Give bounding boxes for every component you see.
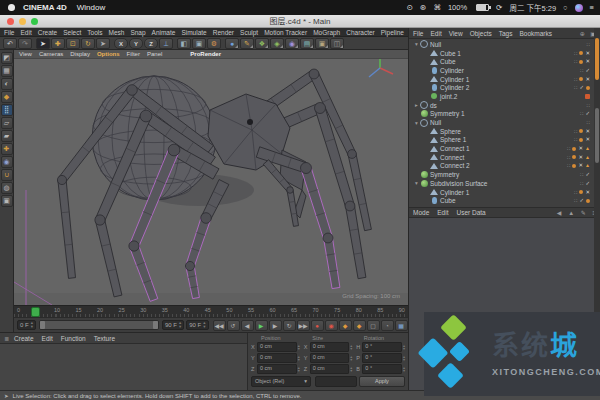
object-manager-menu-item[interactable]: Objects — [470, 30, 492, 37]
polygons-mode-icon[interactable]: ▰ — [1, 130, 13, 142]
orange-tag-icon[interactable] — [586, 86, 590, 90]
modeling-settings-icon[interactable]: ▣ — [1, 195, 13, 207]
end-frame-field[interactable]: 90 F▴▾ — [186, 320, 208, 330]
loop-button[interactable]: ↻ — [283, 320, 296, 331]
dots-tag-icon[interactable] — [574, 50, 578, 57]
object-label[interactable]: Symmetry — [430, 171, 459, 178]
coordinate-field[interactable]: X 0 cm ▴▾ — [304, 342, 353, 352]
sync-icon[interactable]: ⟳ — [496, 3, 502, 12]
add-spline-icon[interactable]: ✎ — [240, 38, 254, 49]
orange-tag-icon[interactable] — [572, 147, 576, 151]
object-label[interactable]: Cylinder 1 — [440, 189, 469, 196]
add-field-icon[interactable]: ◉ — [285, 38, 299, 49]
object-tree-row[interactable]: Cube — [409, 196, 600, 205]
check-tag-icon[interactable] — [585, 67, 590, 74]
dots-tag-icon[interactable] — [567, 154, 571, 161]
cross-tag-icon[interactable] — [585, 58, 590, 65]
object-manager-menu-item[interactable]: Bookmarks — [519, 30, 552, 37]
macos-menu-window[interactable]: Window — [77, 3, 105, 12]
app-menu-item[interactable]: Select — [63, 29, 81, 36]
object-tree-row[interactable]: ▸ds — [409, 101, 600, 110]
attribute-menu-item[interactable]: User Data — [456, 209, 485, 216]
dots-tag-icon[interactable] — [567, 145, 571, 152]
attribute-menu-item[interactable]: Edit — [437, 209, 448, 216]
app-menu-item[interactable]: Tools — [87, 29, 102, 36]
materials-menu-item[interactable]: Function — [61, 335, 86, 342]
object-manager-menu-item[interactable]: Tags — [499, 30, 513, 37]
orange-tag-icon[interactable] — [572, 155, 576, 159]
object-tree-row[interactable]: Cylinder 2 — [409, 83, 600, 92]
object-label[interactable]: Cylinder — [440, 67, 464, 74]
dots-tag-icon[interactable] — [580, 67, 584, 74]
object-label[interactable]: Connect — [440, 154, 464, 161]
tree-expand-toggle[interactable]: ▾ — [413, 120, 420, 126]
model-mode-icon[interactable]: ▦ — [1, 65, 13, 77]
enable-axis-icon[interactable]: ✚ — [1, 143, 13, 155]
make-editable-icon[interactable]: ◩ — [1, 52, 13, 64]
dots-tag-icon[interactable] — [574, 84, 578, 91]
timeline-playhead[interactable] — [31, 307, 40, 317]
coordinate-secondary-dropdown[interactable] — [315, 376, 357, 387]
dots-tag-icon[interactable] — [580, 171, 584, 178]
check-tag-icon[interactable] — [579, 197, 584, 204]
current-frame-field[interactable]: 0 F▴▾ — [17, 320, 36, 330]
record-position-button[interactable]: ◆ — [339, 320, 352, 331]
object-label[interactable]: Cube — [440, 197, 456, 204]
coordinate-system-icon[interactable]: ⟂ — [159, 38, 173, 49]
render-settings-icon[interactable]: ⚙ — [207, 38, 221, 49]
prorender-menu[interactable]: ProRender — [190, 51, 221, 57]
check-tag-icon[interactable] — [579, 84, 584, 91]
coordinate-field[interactable]: Z 0 cm ▴▾ — [304, 364, 353, 374]
object-tree-row[interactable]: Sphere 1 — [409, 136, 600, 145]
cross-tag-icon[interactable] — [578, 145, 583, 152]
check-tag-icon[interactable] — [585, 171, 590, 178]
orange-tag-icon[interactable] — [572, 164, 576, 168]
display-mode-icon[interactable]: ◫ — [330, 38, 344, 49]
coordinate-field[interactable]: Y 0 cm ▴▾ — [251, 353, 300, 363]
coordinate-field[interactable]: P 0 ° ▴▾ — [356, 353, 405, 363]
viewport-menu-item[interactable]: Display — [70, 51, 90, 57]
redo-icon[interactable]: ↷ — [18, 38, 32, 49]
add-camera-icon[interactable]: ▣ — [315, 38, 329, 49]
next-frame-button[interactable]: ▶ — [269, 320, 282, 331]
object-label[interactable]: Sphere — [440, 128, 461, 135]
red-tag-icon[interactable] — [585, 94, 590, 99]
object-label[interactable]: Cube — [440, 58, 456, 65]
object-tree-row[interactable]: Connect 1 — [409, 144, 600, 153]
viewport-menu-item[interactable]: Filter — [127, 51, 140, 57]
object-tree-row[interactable]: joint.2 — [409, 92, 600, 101]
siri-icon[interactable] — [575, 4, 583, 12]
object-label[interactable]: Null — [430, 41, 441, 48]
app-menu-item[interactable]: Character — [346, 29, 375, 36]
object-tree-row[interactable]: Connect — [409, 153, 600, 162]
coordinate-field[interactable]: X 0 cm ▴▾ — [251, 342, 300, 352]
timeline-ruler[interactable]: 051015202530354045505560657075808590 — [14, 305, 408, 317]
cross-tag-icon[interactable] — [585, 189, 590, 196]
dots-tag-icon[interactable] — [587, 102, 591, 109]
object-tree-row[interactable]: Cylinder 1 — [409, 75, 600, 84]
control-center-icon[interactable]: ≡ — [590, 3, 594, 12]
object-label[interactable]: Symmetry 1 — [430, 110, 465, 117]
autokey-button[interactable]: ◉ — [325, 320, 338, 331]
coordinate-field[interactable]: H 0 ° ▴▾ — [356, 342, 405, 352]
app-menu-item[interactable]: Create — [38, 29, 58, 36]
target-icon[interactable]: ⊕ — [580, 31, 585, 37]
menubar-clock[interactable]: 周二 下午5:29 — [509, 2, 556, 13]
close-window-button[interactable] — [7, 18, 14, 25]
attribute-menu-item[interactable]: Mode — [413, 209, 429, 216]
apply-button[interactable]: Apply — [359, 376, 405, 387]
tree-expand-toggle[interactable]: ▾ — [413, 180, 420, 186]
edit-icon[interactable]: ✎ — [581, 210, 586, 216]
tree-expand-toggle[interactable]: ▾ — [413, 41, 420, 47]
cross-tag-icon[interactable] — [578, 162, 583, 169]
record-parameter-button[interactable]: ◔ — [381, 320, 394, 331]
orange-tag-icon[interactable] — [579, 77, 583, 81]
live-selection-icon[interactable]: ➤ — [36, 38, 50, 49]
cross-tag-icon[interactable] — [585, 128, 590, 135]
materials-menu-item[interactable]: Texture — [94, 335, 115, 342]
app-menu-item[interactable]: Motion Tracker — [264, 29, 307, 36]
app-menu-item[interactable]: Simulate — [181, 29, 206, 36]
status-icon-2[interactable]: ⊛ — [420, 3, 426, 12]
viewport-menu-item[interactable]: Options — [97, 51, 120, 57]
record-keyframe-button[interactable]: ● — [311, 320, 324, 331]
